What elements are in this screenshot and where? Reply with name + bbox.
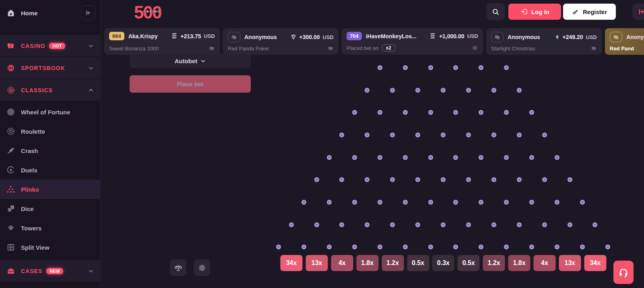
- plinko-peg: [491, 133, 496, 137]
- sidebar-item-towers[interactable]: Towers: [0, 218, 100, 238]
- solana-icon: [171, 33, 178, 39]
- plinko-peg: [555, 244, 559, 249]
- plinko-peg: [352, 110, 357, 115]
- plinko-peg: [428, 65, 433, 70]
- plinko-peg: [479, 200, 483, 205]
- plinko-peg: [339, 133, 344, 137]
- gear-icon: [198, 263, 206, 272]
- bet-feed-card-highlighted[interactable]: Anonymous Red Pand: [605, 28, 644, 55]
- autobet-dropdown[interactable]: Autobet: [130, 54, 251, 68]
- username: iHaveMonkeyLos...: [366, 33, 417, 39]
- multiplier-slot: 1.8x: [508, 255, 530, 271]
- multiplier-tag: x2: [382, 44, 395, 52]
- username: Anonymous: [244, 34, 277, 40]
- sidebar-group-sportsbook[interactable]: SPORTSBOOK: [0, 57, 100, 79]
- sidebar-item-dice[interactable]: Dice: [0, 199, 100, 218]
- plinko-peg: [504, 155, 509, 160]
- plinko-peg: [365, 88, 369, 93]
- plinko-peg: [403, 200, 408, 205]
- plinko-peg: [365, 222, 369, 227]
- plinko-peg: [517, 88, 522, 93]
- chevron-down-icon: [88, 268, 94, 274]
- plinko-peg: [339, 222, 344, 227]
- plinko-peg: [605, 244, 610, 249]
- logo-casino-text: CASINO: [143, 10, 161, 13]
- fairness-button[interactable]: [170, 259, 186, 276]
- sidebar-item-duels[interactable]: Duels: [0, 160, 100, 180]
- plinko-peg: [415, 133, 420, 137]
- multiplier-slot: 1.2x: [382, 255, 404, 271]
- plinko-peg: [466, 222, 471, 227]
- briefcase-icon: [6, 267, 15, 276]
- sidebar-group-casino[interactable]: CASINO HOT: [0, 35, 100, 56]
- hot-badge: HOT: [49, 43, 65, 49]
- collapse-left-icon: [85, 9, 92, 17]
- plinko-peg: [428, 110, 433, 115]
- bet-feed-card[interactable]: Anonymous +300.00 USD Red Panda Poker: [223, 28, 339, 55]
- plinko-peg: [479, 244, 483, 249]
- plinko-peg: [301, 244, 306, 249]
- search-button[interactable]: [486, 3, 505, 20]
- sidebar-item-plinko[interactable]: Plinko: [0, 180, 100, 199]
- plinko-peg: [378, 244, 382, 249]
- sidebar-item-roulette[interactable]: Roulette: [0, 122, 100, 141]
- plinko-peg: [592, 222, 597, 227]
- plinko-peg: [453, 200, 458, 205]
- brand-logo[interactable]: 500 CASINO: [134, 3, 162, 22]
- key-icon: [572, 8, 579, 15]
- login-label: Log In: [531, 8, 549, 15]
- cards-game-icon: [208, 45, 215, 52]
- ethereum-icon: [555, 34, 560, 40]
- sidebar-group-classics-label: CLASSICS: [21, 87, 53, 93]
- home-icon: [6, 8, 15, 17]
- login-button[interactable]: Log In: [508, 4, 561, 20]
- plinko-peg: [580, 200, 585, 205]
- plinko-peg: [504, 200, 509, 205]
- live-bet-feed: 664 Aka.Krispy +213.75 USD Sweet Bonanza…: [101, 28, 644, 55]
- plinko-peg: [428, 200, 433, 205]
- headphones-icon: [618, 267, 629, 278]
- settings-button[interactable]: [194, 259, 210, 276]
- plinko-peg: [428, 244, 433, 249]
- game-name: Sweet Bonanza 1000: [109, 46, 159, 52]
- bet-feed-card[interactable]: 664 Aka.Krispy +213.75 USD Sweet Bonanza…: [104, 28, 220, 55]
- sidebar-item-split-view[interactable]: Split View: [0, 238, 100, 257]
- plinko-peg: [568, 177, 572, 182]
- search-icon: [492, 8, 500, 16]
- sidebar-group-cases-label: CASES: [21, 268, 42, 274]
- register-button[interactable]: Register: [563, 4, 616, 20]
- sidebar-group-classics[interactable]: CLASSICS: [0, 79, 100, 101]
- plinko-peg: [352, 244, 357, 249]
- sidebar-group-sportsbook-label: SPORTSBOOK: [21, 65, 65, 71]
- anonymous-eye-off-icon: [610, 32, 622, 42]
- panel-collapse-button[interactable]: [632, 4, 644, 20]
- new-badge: NEW: [46, 268, 63, 274]
- place-bet-button[interactable]: Place bet: [130, 75, 251, 93]
- plinko-peg: [378, 65, 382, 70]
- sidebar-group-cases[interactable]: CASES NEW: [0, 260, 100, 282]
- plinko-peg: [441, 88, 446, 93]
- sidebar-item-crash[interactable]: Crash: [0, 141, 100, 160]
- plinko-peg: [555, 200, 559, 205]
- plinko-peg: [390, 222, 395, 227]
- plinko-peg: [365, 177, 369, 182]
- plinko-peg: [378, 200, 382, 205]
- plinko-peg: [453, 155, 458, 160]
- multiplier-slot: 13x: [305, 255, 328, 271]
- bet-feed-card[interactable]: Anonymous +249.20 USD Starlight Christma…: [486, 28, 602, 55]
- bet-feed-card[interactable]: 704 iHaveMonkeyLos... +1,000.00 USD Plac…: [342, 28, 483, 55]
- sidebar-item-wheel-of-fortune[interactable]: Wheel of Fortune: [0, 102, 100, 122]
- plinko-peg: [529, 110, 534, 115]
- multiplier-slot: 1.2x: [483, 255, 505, 271]
- multiplier-slot: 13x: [559, 255, 581, 271]
- multiplier-slot: 0.3x: [432, 255, 454, 271]
- plinko-peg: [390, 88, 395, 93]
- plinko-peg: [403, 65, 408, 70]
- plinko-peg: [491, 222, 496, 227]
- sidebar-collapse-button[interactable]: [81, 6, 95, 20]
- plinko-peg: [365, 133, 369, 137]
- plinko-peg: [390, 133, 395, 137]
- support-button[interactable]: [613, 261, 634, 284]
- sidebar-item-home[interactable]: Home: [21, 10, 81, 17]
- plinko-peg: [378, 155, 382, 160]
